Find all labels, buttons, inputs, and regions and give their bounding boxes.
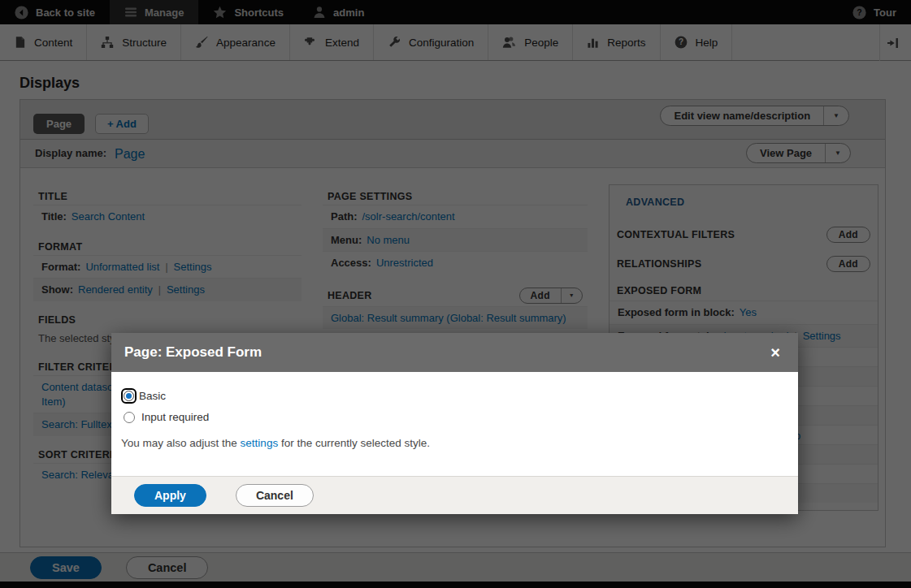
radio-input-required-label: Input required [141, 411, 209, 423]
radio-option-basic[interactable]: Basic [121, 388, 785, 404]
dialog-note: You may also adjust the settings for the… [121, 437, 785, 449]
note-prefix: You may also adjust the [121, 437, 241, 449]
note-suffix: for the currently selected style. [278, 437, 430, 449]
dialog-title: Page: Exposed Form [124, 344, 262, 361]
settings-link[interactable]: settings [241, 437, 279, 449]
dialog-header: Page: Exposed Form × [111, 333, 798, 372]
close-icon[interactable]: × [766, 343, 785, 362]
dialog-body: Basic Input required You may also adjust… [111, 372, 798, 476]
radio-option-input-required[interactable]: Input required [121, 411, 785, 423]
radio-basic-label: Basic [139, 390, 166, 402]
exposed-form-dialog: Page: Exposed Form × Basic Input require… [111, 333, 798, 514]
apply-button[interactable]: Apply [134, 484, 206, 507]
radio-focus-ring [121, 388, 137, 404]
dialog-footer: Apply Cancel [111, 476, 798, 514]
drupal-admin-screen: Back to site Manage Shortcuts admin ? To… [0, 0, 911, 588]
radio-selected-icon[interactable] [124, 391, 134, 401]
dialog-cancel-button[interactable]: Cancel [236, 484, 314, 507]
radio-unselected-icon[interactable] [124, 412, 135, 423]
